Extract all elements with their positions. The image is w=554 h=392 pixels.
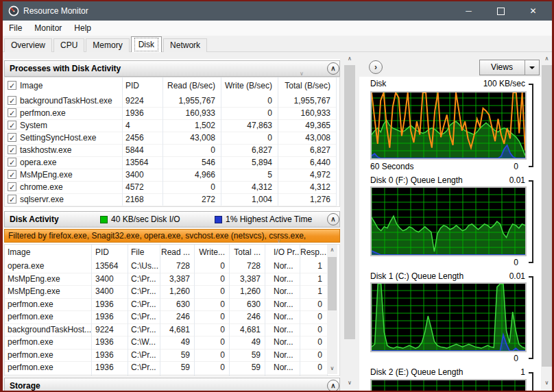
table-row[interactable]: MsMpEng.exe3400C:\Pr...1,26001,260Nor...… (5, 285, 328, 299)
column-header-read-b-sec-[interactable]: Read (B/sec) (163, 77, 221, 95)
scrollbar-thumb[interactable] (344, 65, 355, 339)
maximize-button[interactable] (485, 1, 517, 21)
minimize-button[interactable]: ─ (453, 1, 485, 21)
table-row[interactable]: MsMpEng.exe3400C:\Pr...3,38703,387Nor...… (5, 273, 328, 286)
column-header-total-[interactable]: Total ... (230, 245, 265, 260)
table-row[interactable]: ✓MsMpEng.exe34004,96654,972 (5, 169, 337, 182)
close-button[interactable]: ✕ (517, 1, 549, 21)
disk-activity-table-scrollbar[interactable]: ∧ ∨ (327, 245, 337, 374)
scrollbar-thumb[interactable] (328, 257, 337, 310)
row-checkbox[interactable]: ✓ (8, 96, 16, 105)
row-checkbox[interactable]: ✓ (8, 121, 16, 130)
views-button[interactable]: Views (479, 60, 540, 75)
column-header-image[interactable]: Image (5, 245, 92, 260)
process-name: backgroundTaskHost.exe (20, 96, 112, 106)
table-row[interactable]: backgroundTaskHost....9224C:\Pr...4,6810… (5, 323, 328, 337)
column-header-i-o-pr-[interactable]: I/O Pr... (265, 245, 300, 260)
column-header-write-b-sec-[interactable]: Write (B/sec) (221, 77, 278, 95)
sort-indicator: ∨ (300, 71, 304, 77)
row-checkbox[interactable]: ✓ (8, 182, 16, 191)
row-checkbox[interactable]: ✓ (8, 170, 16, 179)
views-dropdown-arrow-icon[interactable] (525, 60, 539, 75)
column-header-pid[interactable]: PID (123, 77, 163, 95)
collapse-charts-pane-button[interactable]: › (369, 60, 383, 74)
row-checkbox[interactable]: ✓ (8, 133, 16, 142)
close-icon: ✕ (529, 6, 536, 16)
left-pane-scrollbar[interactable]: ∧ ∨ (344, 53, 356, 389)
column-header-read-[interactable]: Read ... (160, 245, 195, 260)
table-row[interactable]: perfmon.exe1936C:\Pr...59059Nor...0 (5, 361, 328, 375)
chart-min-value: 0 (439, 354, 518, 363)
row-checkbox[interactable]: ✓ (8, 108, 16, 117)
chart-2 (370, 282, 527, 352)
scroll-down-icon[interactable]: ∨ (327, 363, 337, 374)
column-header-total-b-sec-[interactable]: Total (B/sec) (278, 77, 337, 95)
menu-item-file[interactable]: File (3, 21, 28, 36)
column-header-image[interactable]: ✓Image (5, 77, 123, 95)
table-row[interactable]: perfmon.exe1936C:\Pr...1180118Nor...0 (5, 374, 328, 377)
disk-io-legend-swatch (100, 216, 108, 223)
table-row[interactable]: perfmon.exe1936C:\Pr...2460246Nor...0 (5, 310, 328, 324)
table-row[interactable]: perfmon.exe1936C:\Pr...6300630Nor...0 (5, 298, 328, 312)
scroll-down-icon[interactable]: ∨ (344, 378, 356, 389)
chart-max-value: 1 (429, 367, 525, 377)
processes-panel-title: Processes with Disk Activity (10, 64, 121, 73)
column-header-pid[interactable]: PID (92, 245, 128, 260)
title-bar: Resource Monitor ─ ✕ (3, 1, 552, 21)
scroll-up-icon[interactable]: ∧ (344, 53, 356, 64)
row-checkbox[interactable]: ✓ (8, 158, 16, 167)
process-name: MsMpEng.exe (20, 170, 73, 180)
column-header-file[interactable]: File (128, 245, 160, 260)
tab-disk[interactable]: Disk (131, 36, 162, 53)
process-name: taskhostw.exe (20, 145, 71, 155)
menu-item-monitor[interactable]: Monitor (28, 21, 68, 36)
active-time-legend-swatch (215, 216, 222, 223)
scrollbar-thumb[interactable] (542, 65, 552, 367)
tab-label: CPU (60, 40, 77, 50)
collapse-processes-button[interactable]: ∧ (327, 62, 339, 75)
tab-cpu[interactable]: CPU (53, 38, 84, 53)
tab-overview[interactable]: Overview (4, 38, 52, 53)
table-row[interactable]: ✓chrome.exe457204,3124,312 (5, 181, 337, 194)
column-header-resp-[interactable]: Resp... (300, 245, 328, 260)
table-row[interactable]: perfmon.exe1936C:\W...49049Nor...0 (5, 336, 328, 350)
maximize-icon (497, 8, 505, 15)
charts-pane-scrollbar[interactable]: ∧ ∨ (541, 53, 553, 389)
collapse-disk-activity-button[interactable]: ∧ (327, 213, 339, 225)
row-checkbox[interactable]: ✓ (8, 145, 16, 154)
chart-min-value: 0 (439, 258, 518, 267)
column-header-write-[interactable]: Write... (195, 245, 230, 260)
chart-axis-bracket (529, 84, 533, 167)
table-row[interactable]: ✓SettingSyncHost.exe245643,008043,008 (5, 132, 337, 145)
chart-time-axis-label: 60 Seconds (370, 162, 413, 171)
column-header-label: Image (20, 81, 43, 90)
table-row[interactable]: ✓backgroundTaskHost.exe92241,955,76701,9… (5, 95, 337, 108)
table-row[interactable]: perfmon.exe1936C:\Pr...59059Nor...0 (5, 349, 328, 363)
tab-label: Disk (134, 38, 158, 51)
scroll-up-icon[interactable]: ∧ (541, 53, 553, 64)
menu-item-help[interactable]: Help (68, 21, 97, 36)
table-row[interactable]: ✓perfmon.exe1936160,9330160,933 (5, 107, 337, 120)
table-row[interactable]: ✓sqlservr.exe21682721,0041,276 (5, 193, 337, 206)
tab-network[interactable]: Network (163, 38, 207, 53)
legend-label: 40 KB/sec Disk I/O (111, 215, 180, 224)
chart-axis-bracket (529, 180, 533, 263)
chevron-right-icon: › (374, 62, 377, 72)
table-row[interactable]: ✓System41,50247,86349,365 (5, 119, 337, 132)
chart-max-value: 0.01 (429, 271, 525, 281)
scroll-down-icon[interactable]: ∨ (541, 378, 553, 389)
process-name: SettingSyncHost.exe (20, 133, 96, 143)
checkbox[interactable]: ✓ (8, 81, 16, 90)
row-checkbox[interactable]: ✓ (8, 195, 16, 204)
process-name: sqlservr.exe (20, 195, 64, 204)
process-name: System (20, 121, 47, 130)
table-row[interactable]: opera.exe13564C:\Us...7280728Nor...1 (5, 260, 328, 273)
table-row[interactable]: ✓opera.exe135645465,8946,440 (5, 156, 337, 169)
table-row[interactable]: ✓taskhostw.exe584406,8276,827 (5, 144, 337, 157)
window-border-top (0, 0, 554, 1)
table-header-row: ✓ImagePIDRead (B/sec)Write (B/sec)Total … (5, 77, 337, 95)
storage-panel-header: Storage ∧ (4, 378, 340, 392)
tab-memory[interactable]: Memory (86, 38, 129, 53)
scroll-up-icon[interactable]: ∧ (327, 245, 337, 256)
filter-status-bar: Filtered by firefox.exe, Snagit32.exe, o… (4, 229, 340, 243)
